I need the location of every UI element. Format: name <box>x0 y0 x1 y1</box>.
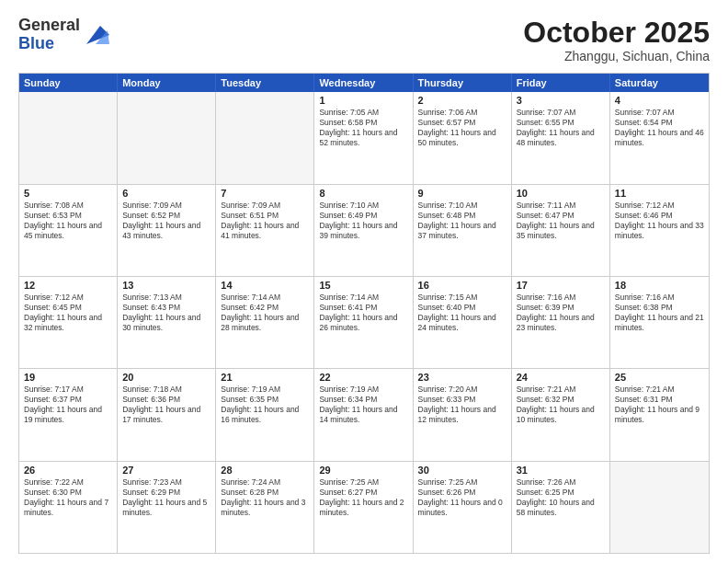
logo-icon <box>82 21 109 49</box>
calendar-cell: 26Sunrise: 7:22 AMSunset: 6:30 PMDayligh… <box>19 462 118 553</box>
day-number: 2 <box>418 95 506 106</box>
cell-info: Sunrise: 7:16 AMSunset: 6:38 PMDaylight:… <box>615 293 704 333</box>
day-number: 7 <box>221 188 309 199</box>
day-number: 10 <box>517 188 605 199</box>
day-number: 19 <box>24 372 112 383</box>
calendar-cell: 23Sunrise: 7:20 AMSunset: 6:33 PMDayligh… <box>414 369 512 460</box>
cell-info: Sunrise: 7:22 AMSunset: 6:30 PMDaylight:… <box>24 477 112 518</box>
calendar-cell: 14Sunrise: 7:14 AMSunset: 6:42 PMDayligh… <box>216 277 314 368</box>
calendar-cell <box>216 92 314 183</box>
day-number: 9 <box>418 188 506 199</box>
cell-info: Sunrise: 7:08 AMSunset: 6:53 PMDaylight:… <box>24 201 112 241</box>
calendar-cell: 18Sunrise: 7:16 AMSunset: 6:38 PMDayligh… <box>610 277 709 368</box>
calendar-cell: 6Sunrise: 7:09 AMSunset: 6:52 PMDaylight… <box>118 185 216 276</box>
calendar: SundayMondayTuesdayWednesdayThursdayFrid… <box>18 73 710 554</box>
calendar-cell <box>610 462 709 553</box>
cell-info: Sunrise: 7:07 AMSunset: 6:55 PMDaylight:… <box>517 108 605 148</box>
calendar-cell: 1Sunrise: 7:05 AMSunset: 6:58 PMDaylight… <box>314 92 413 183</box>
calendar-cell: 28Sunrise: 7:24 AMSunset: 6:28 PMDayligh… <box>216 462 314 553</box>
calendar-cell: 7Sunrise: 7:09 AMSunset: 6:51 PMDaylight… <box>216 185 314 276</box>
day-number: 16 <box>418 280 506 291</box>
calendar-cell: 20Sunrise: 7:18 AMSunset: 6:36 PMDayligh… <box>118 369 216 460</box>
cell-info: Sunrise: 7:14 AMSunset: 6:41 PMDaylight:… <box>319 293 407 333</box>
calendar-cell: 29Sunrise: 7:25 AMSunset: 6:27 PMDayligh… <box>314 462 413 553</box>
logo: General Blue <box>18 17 109 53</box>
cell-info: Sunrise: 7:13 AMSunset: 6:43 PMDaylight:… <box>122 293 210 333</box>
day-number: 5 <box>24 188 112 199</box>
day-number: 12 <box>24 280 112 291</box>
day-number: 29 <box>319 465 407 476</box>
cell-info: Sunrise: 7:09 AMSunset: 6:52 PMDaylight:… <box>122 201 210 241</box>
calendar-cell: 2Sunrise: 7:06 AMSunset: 6:57 PMDaylight… <box>414 92 512 183</box>
cell-info: Sunrise: 7:05 AMSunset: 6:58 PMDaylight:… <box>319 108 407 148</box>
day-header-thursday: Thursday <box>414 74 512 92</box>
calendar-row-3: 19Sunrise: 7:17 AMSunset: 6:37 PMDayligh… <box>19 368 709 460</box>
day-number: 15 <box>319 280 407 291</box>
cell-info: Sunrise: 7:12 AMSunset: 6:46 PMDaylight:… <box>615 201 704 241</box>
header: General Blue October 2025 Zhanggu, Sichu… <box>18 17 710 63</box>
cell-info: Sunrise: 7:15 AMSunset: 6:40 PMDaylight:… <box>418 293 506 333</box>
logo-general: General <box>18 17 80 35</box>
title-block: October 2025 Zhanggu, Sichuan, China <box>523 17 710 63</box>
cell-info: Sunrise: 7:09 AMSunset: 6:51 PMDaylight:… <box>221 201 309 241</box>
calendar-cell: 8Sunrise: 7:10 AMSunset: 6:49 PMDaylight… <box>314 185 413 276</box>
day-number: 11 <box>615 188 704 199</box>
calendar-cell: 31Sunrise: 7:26 AMSunset: 6:25 PMDayligh… <box>512 462 610 553</box>
month-title: October 2025 <box>523 17 710 49</box>
calendar-cell: 16Sunrise: 7:15 AMSunset: 6:40 PMDayligh… <box>414 277 512 368</box>
calendar-cell: 21Sunrise: 7:19 AMSunset: 6:35 PMDayligh… <box>216 369 314 460</box>
day-number: 17 <box>517 280 605 291</box>
cell-info: Sunrise: 7:10 AMSunset: 6:49 PMDaylight:… <box>319 201 407 241</box>
logo-blue: Blue <box>18 35 80 53</box>
calendar-cell: 25Sunrise: 7:21 AMSunset: 6:31 PMDayligh… <box>610 369 709 460</box>
calendar-cell: 13Sunrise: 7:13 AMSunset: 6:43 PMDayligh… <box>118 277 216 368</box>
day-number: 6 <box>122 188 210 199</box>
cell-info: Sunrise: 7:23 AMSunset: 6:29 PMDaylight:… <box>122 477 210 518</box>
cell-info: Sunrise: 7:11 AMSunset: 6:47 PMDaylight:… <box>517 201 605 241</box>
day-number: 23 <box>418 372 506 383</box>
calendar-cell: 3Sunrise: 7:07 AMSunset: 6:55 PMDaylight… <box>512 92 610 183</box>
cell-info: Sunrise: 7:21 AMSunset: 6:31 PMDaylight:… <box>615 385 704 425</box>
day-number: 8 <box>319 188 407 199</box>
day-number: 25 <box>615 372 704 383</box>
day-number: 22 <box>319 372 407 383</box>
calendar-cell: 27Sunrise: 7:23 AMSunset: 6:29 PMDayligh… <box>118 462 216 553</box>
calendar-cell: 19Sunrise: 7:17 AMSunset: 6:37 PMDayligh… <box>19 369 118 460</box>
calendar-row-0: 1Sunrise: 7:05 AMSunset: 6:58 PMDaylight… <box>19 92 709 183</box>
calendar-cell: 15Sunrise: 7:14 AMSunset: 6:41 PMDayligh… <box>314 277 413 368</box>
day-number: 3 <box>517 95 605 106</box>
calendar-cell <box>118 92 216 183</box>
cell-info: Sunrise: 7:18 AMSunset: 6:36 PMDaylight:… <box>122 385 210 425</box>
cell-info: Sunrise: 7:17 AMSunset: 6:37 PMDaylight:… <box>24 385 112 425</box>
location: Zhanggu, Sichuan, China <box>523 49 710 63</box>
cell-info: Sunrise: 7:19 AMSunset: 6:35 PMDaylight:… <box>221 385 309 425</box>
day-number: 1 <box>319 95 407 106</box>
day-header-tuesday: Tuesday <box>216 74 314 92</box>
cell-info: Sunrise: 7:21 AMSunset: 6:32 PMDaylight:… <box>517 385 605 425</box>
day-number: 26 <box>24 465 112 476</box>
cell-info: Sunrise: 7:10 AMSunset: 6:48 PMDaylight:… <box>418 201 506 241</box>
calendar-row-4: 26Sunrise: 7:22 AMSunset: 6:30 PMDayligh… <box>19 461 709 553</box>
calendar-cell: 9Sunrise: 7:10 AMSunset: 6:48 PMDaylight… <box>414 185 512 276</box>
day-number: 27 <box>122 465 210 476</box>
cell-info: Sunrise: 7:24 AMSunset: 6:28 PMDaylight:… <box>221 477 309 518</box>
calendar-cell: 11Sunrise: 7:12 AMSunset: 6:46 PMDayligh… <box>610 185 709 276</box>
calendar-cell: 12Sunrise: 7:12 AMSunset: 6:45 PMDayligh… <box>19 277 118 368</box>
day-header-sunday: Sunday <box>19 74 118 92</box>
calendar-header: SundayMondayTuesdayWednesdayThursdayFrid… <box>19 74 709 92</box>
day-number: 13 <box>122 280 210 291</box>
day-number: 28 <box>221 465 309 476</box>
day-header-friday: Friday <box>512 74 610 92</box>
cell-info: Sunrise: 7:14 AMSunset: 6:42 PMDaylight:… <box>221 293 309 333</box>
calendar-cell <box>19 92 118 183</box>
calendar-body: 1Sunrise: 7:05 AMSunset: 6:58 PMDaylight… <box>19 92 709 553</box>
day-number: 20 <box>122 372 210 383</box>
day-number: 31 <box>517 465 605 476</box>
day-number: 4 <box>615 95 704 106</box>
cell-info: Sunrise: 7:06 AMSunset: 6:57 PMDaylight:… <box>418 108 506 148</box>
day-number: 21 <box>221 372 309 383</box>
cell-info: Sunrise: 7:20 AMSunset: 6:33 PMDaylight:… <box>418 385 506 425</box>
cell-info: Sunrise: 7:25 AMSunset: 6:27 PMDaylight:… <box>319 477 407 518</box>
cell-info: Sunrise: 7:25 AMSunset: 6:26 PMDaylight:… <box>418 477 506 518</box>
day-number: 30 <box>418 465 506 476</box>
